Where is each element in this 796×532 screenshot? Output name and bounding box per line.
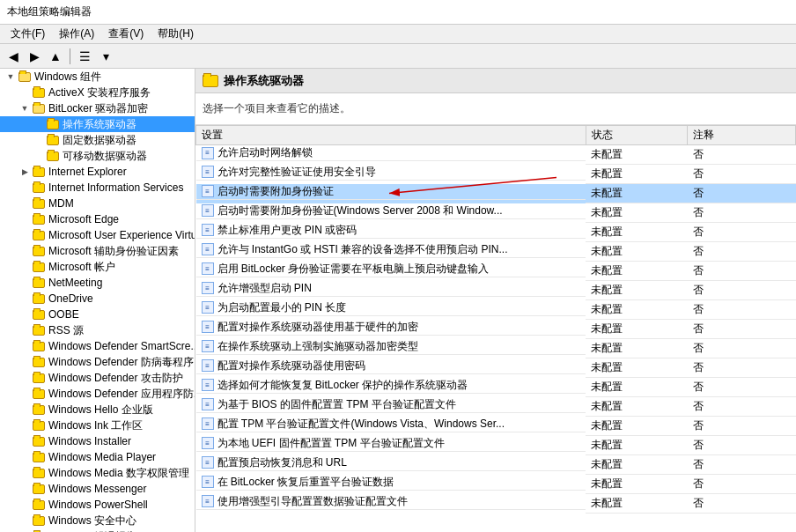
table-row[interactable]: ≡启动时需要附加身份验证未配置否 [196,184,796,203]
col-setting[interactable]: 设置 [196,126,586,145]
tree-item-win-messenger[interactable]: Windows Messenger [0,481,195,497]
tree-item-wd-smartscreen[interactable]: Windows Defender SmartScre... [0,338,195,354]
table-row[interactable]: ≡配置对操作系统驱动器使用密码未配置否 [196,358,796,378]
right-panel: 操作系统驱动器 选择一个项目来查看它的描述。 设置 状态 注释 ≡允许 [195,69,796,532]
table-row[interactable]: ≡允许对完整性验证证使用安全引导未配置否 [196,165,796,184]
tree-label-win-media-player: Windows Media Player [48,451,156,463]
status-cell-10: 未配置 [586,320,688,339]
table-row[interactable]: ≡为基于 BIOS 的固件配置置 TPM 平台验证配置文件未配置否 [196,397,796,417]
comment-cell-19: 否 [688,494,796,514]
tree-item-win-installer[interactable]: Windows Installer [0,433,195,449]
tree-item-os-driver[interactable]: 操作系统驱动器 [0,116,195,132]
tree-label-win-error: Windows 错误报告 [48,529,136,533]
tree-item-onedrive[interactable]: OneDrive [0,291,195,307]
comment-cell-5: 否 [688,223,796,242]
folder-icon-mdm [32,196,46,211]
table-row[interactable]: ≡允许增强型启动 PIN未配置否 [196,281,796,300]
table-row[interactable]: ≡启用 BitLocker 身份验证需要在平板电脑上预启动键盘输入未配置否 [196,262,796,281]
up-button[interactable]: ▲ [46,47,65,66]
tree-item-mdm[interactable]: MDM [0,196,195,211]
setting-cell-11: ≡在操作系统驱动上强制实施驱动器加密类型 [196,339,586,355]
table-row[interactable]: ≡禁止标准用户更改 PIN 或密码未配置否 [196,223,796,242]
policy-icon-2: ≡ [202,166,214,178]
right-header: 操作系统驱动器 [195,69,796,93]
folder-icon-netmeeting [32,276,46,290]
comment-cell-16: 否 [688,436,796,455]
tree-item-wd-attack[interactable]: Windows Defender 攻击防护 [0,370,195,386]
tree-label-oobe: OOBE [48,308,79,321]
back-button[interactable]: ◀ [4,47,23,66]
tree-item-activex[interactable]: ActiveX 安装程序服务 [0,85,195,100]
tree-item-fixed-driver[interactable]: 固定数据驱动器 [0,132,195,148]
tree-item-ms-user-exp[interactable]: Microsoft User Experience Virtu... [0,227,195,243]
status-cell-5: 未配置 [586,223,688,242]
settings-table[interactable]: 设置 状态 注释 ≡允许启动时网络解锁未配置否≡允许对完整性验证证使用安全引导未… [195,125,796,532]
table-row[interactable]: ≡允许与 InstantGo 或 HSTI 兼容的设备选择不使用预启动 PIN.… [196,242,796,262]
setting-text-9: 为启动配置最小的 PIN 长度 [217,300,347,315]
table-row[interactable]: ≡使用增强型引导配置置数据验证配置文件未配置否 [196,494,796,514]
setting-text-6: 允许与 InstantGo 或 HSTI 兼容的设备选择不使用预启动 PIN..… [217,242,508,257]
tree-item-wd-antivirus[interactable]: Windows Defender 防病毒程序 [0,354,195,370]
comment-cell-15: 否 [688,417,796,436]
table-row[interactable]: ≡启动时需要附加身份验证(Windows Server 2008 和 Windo… [196,203,796,223]
expand-icon-bitlocker[interactable] [18,101,32,115]
tree-item-removable-driver[interactable]: 可移动数据驱动器 [0,148,195,164]
tree-item-win-security[interactable]: Windows 安全中心 [0,513,195,528]
tree-label-ms-auth: Microsoft 辅助身份验证因素 [48,244,179,259]
status-cell-3: 未配置 [586,184,688,203]
folder-icon-win-powershell [32,498,46,512]
header-folder-icon [203,75,218,87]
filter-button[interactable]: ▾ [96,47,115,66]
tree-item-win-media-player[interactable]: Windows Media Player [0,449,195,465]
tree-panel[interactable]: Windows 组件 ActiveX 安装程序服务BitLocker 驱动器加密… [0,69,195,532]
table-row[interactable]: ≡在 BitLocker 恢复后重置平台验证数据未配置否 [196,475,796,494]
menu-action[interactable]: 操作(A) [52,25,101,43]
tree-item-oobe[interactable]: OOBE [0,307,195,322]
forward-button[interactable]: ▶ [25,47,44,66]
policy-icon-6: ≡ [202,243,214,255]
expand-windows-icon[interactable] [4,70,18,84]
table-row[interactable]: ≡允许启动时网络解锁未配置否 [196,145,796,165]
table-row[interactable]: ≡配置对操作系统驱动器使用基于硬件的加密未配置否 [196,320,796,339]
setting-text-11: 在操作系统驱动上强制实施驱动器加密类型 [217,339,418,354]
setting-text-19: 使用增强型引导配置置数据验证配置文件 [217,494,408,509]
tree-item-internet-explorer[interactable]: Internet Explorer [0,164,195,180]
show-hide-button[interactable]: ☰ [75,47,94,66]
tree-label-wd-smartscreen: Windows Defender SmartScre... [48,340,195,352]
table-row[interactable]: ≡配置 TPM 平台验证配置文件(Windows Vista、Windows S… [196,417,796,436]
tree-item-bitlocker[interactable]: BitLocker 驱动器加密 [0,100,195,116]
col-status[interactable]: 状态 [586,126,688,145]
folder-icon-rss [32,323,46,337]
table-row[interactable]: ≡选择如何才能恢复复 BitLocker 保护的操作系统驱动器未配置否 [196,378,796,397]
tree-label-activex: ActiveX 安装程序服务 [48,85,151,100]
tree-item-win-error[interactable]: Windows 错误报告 [0,528,195,532]
table-row[interactable]: ≡配置预启动恢复消息和 URL未配置否 [196,455,796,475]
tree-item-win-hello[interactable]: Windows Hello 企业版 [0,402,195,417]
menu-help[interactable]: 帮助(H) [151,25,201,43]
tree-item-wd-app[interactable]: Windows Defender 应用程序防... [0,386,195,402]
table-row[interactable]: ≡为启动配置最小的 PIN 长度未配置否 [196,300,796,320]
tree-item-win-media-drm[interactable]: Windows Media 数字权限管理 [0,465,195,481]
tree-item-ms-edge[interactable]: Microsoft Edge [0,211,195,227]
tree-label-win-security: Windows 安全中心 [48,514,136,528]
menu-file[interactable]: 文件(F) [4,25,52,43]
table-row[interactable]: ≡为本地 UEFI 固件配置置 TPM 平台验证配置文件未配置否 [196,436,796,455]
policy-icon-15: ≡ [202,417,214,430]
tree-item-ms-auth[interactable]: Microsoft 辅助身份验证因素 [0,243,195,259]
status-cell-17: 未配置 [586,455,688,475]
title-bar: 本地组策略编辑器 [0,0,796,25]
tree-item-rss[interactable]: RSS 源 [0,322,195,338]
setting-cell-6: ≡允许与 InstantGo 或 HSTI 兼容的设备选择不使用预启动 PIN.… [196,242,586,258]
col-comment[interactable]: 注释 [688,126,796,145]
tree-root-windows[interactable]: Windows 组件 [0,69,195,85]
expand-icon-internet-explorer[interactable] [18,165,32,179]
tree-item-win-ink[interactable]: Windows Ink 工作区 [0,417,195,433]
tree-item-netmeeting[interactable]: NetMeeting [0,275,195,291]
tree-item-internet-info[interactable]: Internet Information Services [0,180,195,196]
status-cell-12: 未配置 [586,358,688,378]
tree-item-win-powershell[interactable]: Windows PowerShell [0,497,195,513]
setting-text-15: 配置 TPM 平台验证配置文件(Windows Vista、Windows Se… [217,417,505,432]
tree-item-ms-account[interactable]: Microsoft 帐户 [0,259,195,275]
menu-view[interactable]: 查看(V) [101,25,151,43]
table-row[interactable]: ≡在操作系统驱动上强制实施驱动器加密类型未配置否 [196,339,796,358]
